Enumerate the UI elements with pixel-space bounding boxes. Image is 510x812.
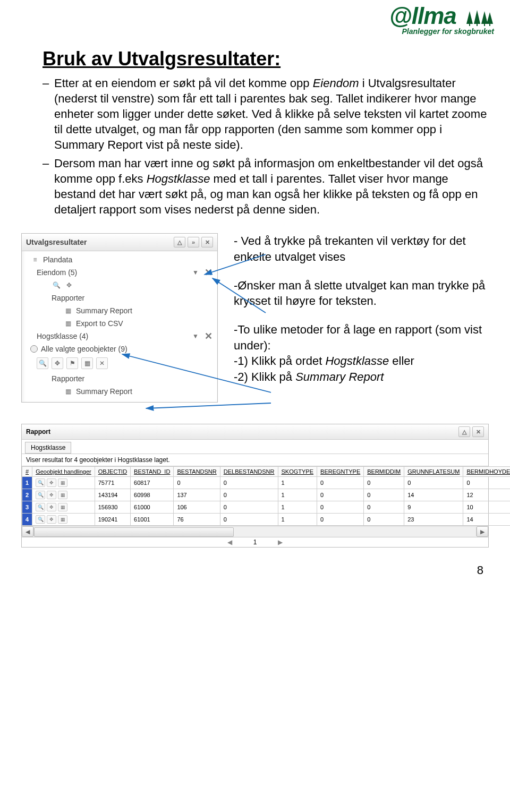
row-index: 3 [22, 501, 32, 514]
note-slette: -Ønsker man å slette utvalget kan man tr… [234, 278, 489, 309]
rapport-title: Rapport [26, 428, 50, 435]
row-report-icon[interactable]: ▦ [58, 491, 67, 499]
rapporter-label-1: Rapporter [47, 292, 217, 304]
pager-prev-icon[interactable]: ◀ [227, 539, 232, 546]
radio-icon [30, 345, 38, 353]
row-zoom-icon[interactable]: 🔍 [36, 503, 45, 511]
panel-title: Utvalgsresultater [26, 238, 87, 246]
tool-flag-icon[interactable]: ⚑ [66, 357, 78, 369]
svg-rect-0 [469, 23, 470, 26]
rapport-collapse-button[interactable]: △ [458, 426, 470, 437]
tool-pan-icon[interactable]: ✥ [52, 357, 63, 369]
row-actions: 🔍✥▦ [32, 477, 95, 489]
table-row[interactable]: 3🔍✥▦1569306100010601009100,317,3 [22, 501, 511, 514]
tool-close-icon[interactable]: ✕ [96, 357, 108, 369]
geo-toolbar: 🔍 ✥ ⚑ ▦ ✕ [37, 355, 217, 372]
col-bermidhoyde[interactable]: BERMIDHOYDE [463, 467, 510, 477]
eiendom-tools: 🔍 ✥ [47, 279, 217, 292]
note-rapport: -To ulike metoder for å lage en rapport … [234, 322, 489, 385]
row-report-icon[interactable]: ▦ [58, 478, 67, 487]
row-zoom-icon[interactable]: 🔍 [36, 515, 45, 524]
eiendom-node[interactable]: Eiendom (5) ▼ ✕ [32, 266, 217, 279]
svg-rect-3 [489, 23, 490, 26]
rapport-close-button[interactable]: ✕ [472, 426, 484, 437]
alle-valgte-node[interactable]: Alle valgte geoobjekter (9) [26, 343, 217, 355]
row-actions: 🔍✥▦ [32, 489, 95, 501]
logo-text: llma [412, 3, 456, 29]
row-pan-icon[interactable]: ✥ [47, 478, 56, 487]
row-index: 1 [22, 477, 32, 489]
table-row[interactable]: 2🔍✥▦14319460998137010014120,456,3 [22, 489, 511, 501]
col-bermiddim[interactable]: BERMIDDIM [364, 467, 404, 477]
expand-button[interactable]: » [188, 237, 199, 247]
row-zoom-icon[interactable]: 🔍 [36, 491, 45, 499]
collapse-button[interactable]: △ [174, 237, 185, 247]
trees-icon [462, 8, 494, 27]
logo-at-icon: @ [389, 3, 412, 29]
summary-report-2[interactable]: ▦ Summary Report [59, 385, 217, 398]
export-csv[interactable]: ▦ Export to CSV [59, 317, 217, 330]
row-zoom-icon[interactable]: 🔍 [36, 478, 45, 487]
row-pan-icon[interactable]: ✥ [47, 491, 56, 499]
col-grunnflatesum[interactable]: GRUNNFLATESUM [404, 467, 463, 477]
layers-icon: ≡ [30, 255, 40, 264]
scroll-left-icon[interactable]: ◀ [22, 526, 33, 537]
table-row[interactable]: 4🔍✥▦1902416100176010023140,644,8 [22, 514, 511, 526]
hogstklasse-node[interactable]: Hogstklasse (4) ▼ ✕ [32, 330, 217, 343]
dropdown-icon[interactable]: ▼ [191, 268, 200, 277]
plandata-node[interactable]: ≡ Plandata [26, 253, 217, 266]
svg-rect-2 [484, 23, 485, 26]
panel-header: Utvalgsresultater △ » ✕ [22, 234, 217, 251]
col-delbestandsnr[interactable]: DELBESTANDSNR [220, 467, 278, 477]
note-trekant: - Ved å trykke på trekanten vil verktøy … [234, 233, 489, 264]
svg-rect-1 [477, 23, 478, 26]
rapport-subtitle: Viser resultat for 4 geoobjekter i Hogst… [22, 454, 488, 466]
row-pan-icon[interactable]: ✥ [47, 503, 56, 511]
rapport-tab[interactable]: Hogstklasse [25, 442, 71, 454]
scroll-right-icon[interactable]: ▶ [477, 526, 488, 537]
tool-zoom-icon[interactable]: 🔍 [37, 357, 48, 369]
pager-next-icon[interactable]: ▶ [278, 539, 283, 546]
table-row[interactable]: 1🔍✥▦7577160817001000000 [22, 477, 511, 489]
page-title: Bruk av Utvalgsresultater: [42, 48, 489, 70]
logo: @llma Planlegger for skogbruket [389, 4, 494, 35]
pager: ◀ 1 ▶ [22, 537, 488, 547]
col-objectid[interactable]: OBJECTID [95, 467, 130, 477]
row-index: 2 [22, 489, 32, 501]
col-skogtype[interactable]: SKOGTYPE [278, 467, 317, 477]
horizontal-scrollbar[interactable]: ◀ ▶ [22, 526, 488, 537]
rapporter-label-2: Rapporter [47, 372, 217, 385]
utvalgsresultater-panel: Utvalgsresultater △ » ✕ ≡ Plandata Eiend… [21, 233, 218, 403]
report-icon: ▦ [63, 306, 73, 315]
remove-hogst-icon[interactable]: ✕ [203, 332, 213, 340]
col-bestandsnr[interactable]: BESTANDSNR [174, 467, 220, 477]
report-icon-2: ▦ [63, 387, 73, 396]
svg-line-7 [146, 403, 271, 408]
summary-report-1[interactable]: ▦ Summary Report [59, 304, 217, 317]
tool-grid-icon[interactable]: ▦ [81, 357, 93, 369]
row-index: 4 [22, 514, 32, 526]
row-report-icon[interactable]: ▦ [58, 515, 67, 524]
rapport-table: # Geoobjekt handlinger OBJECTID BESTAND_… [22, 466, 510, 526]
paragraph-2: Dersom man har vært inne og søkt på info… [42, 156, 489, 217]
paragraph-1: Etter at en eiendom er søkt på vil det k… [42, 75, 489, 152]
zoom-icon[interactable]: 🔍 [52, 281, 61, 289]
row-actions: 🔍✥▦ [32, 501, 95, 514]
row-report-icon[interactable]: ▦ [58, 503, 67, 511]
row-actions: 🔍✥▦ [32, 514, 95, 526]
dropdown-icon-2[interactable]: ▼ [191, 332, 200, 340]
row-pan-icon[interactable]: ✥ [47, 515, 56, 524]
page-number: 8 [21, 563, 489, 577]
col-beregntype[interactable]: BEREGNTYPE [317, 467, 364, 477]
remove-eiendom-icon[interactable]: ✕ [203, 268, 213, 277]
logo-tagline: Planlegger for skogbruket [389, 28, 494, 35]
export-icon: ▦ [63, 319, 73, 328]
col-bestandid[interactable]: BESTAND_ID [131, 467, 174, 477]
pan-icon[interactable]: ✥ [64, 281, 74, 289]
close-panel-button[interactable]: ✕ [201, 237, 213, 247]
rapport-panel: Rapport △ ✕ Hogstklasse Viser resultat f… [21, 424, 489, 548]
col-num[interactable]: # [22, 467, 32, 477]
col-actions[interactable]: Geoobjekt handlinger [32, 467, 95, 477]
pager-current: 1 [253, 539, 257, 546]
